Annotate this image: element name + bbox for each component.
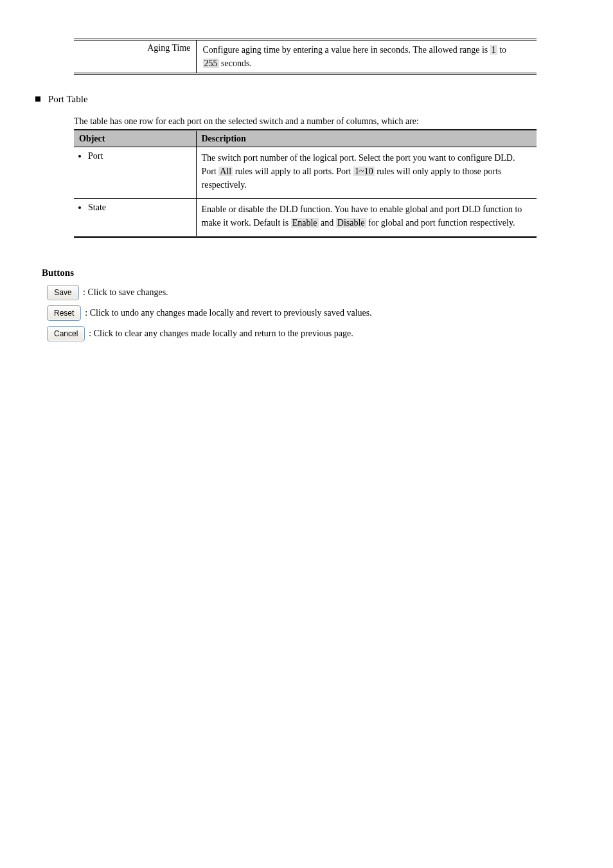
row-state-desc-after: for global and port function respectivel… [366,218,515,228]
aging-time-table: Aging Time Configure aging time by enter… [74,39,537,75]
row-port-range-value: 1~10 [353,167,375,176]
row-state-disable-value: Disable [336,218,366,228]
col-header-description: Description [196,131,537,147]
port-table-heading-row: Port Table [35,94,571,105]
port-table: Object Description Port The switch port … [74,129,537,238]
cancel-button-row: Cancel : Click to clear any changes made… [47,326,571,341]
port-table-heading: Port Table [48,94,88,105]
save-button-desc: : Click to save changes. [83,287,168,298]
cancel-button[interactable]: Cancel [47,326,85,341]
aging-desc-pre: Configure aging time by entering a value… [203,45,490,55]
row-port-all-value: All [218,167,233,176]
table-row: State Enable or disable the DLD function… [74,199,537,237]
table-row: Port The switch port number of the logic… [74,147,537,199]
row-port-desc: The switch port number of the logical po… [196,147,537,199]
reset-button-row: Reset : Click to undo any changes made l… [47,305,571,321]
aging-desc-after: seconds. [219,59,252,68]
row-port-label: Port [88,151,191,161]
aging-min-value: 1 [490,45,497,55]
row-port-object: Port [74,147,196,199]
save-button[interactable]: Save [47,285,79,300]
aging-time-label: Aging Time [74,40,196,74]
aging-time-description: Configure aging time by entering a value… [196,40,537,74]
buttons-heading: Buttons [42,267,571,278]
aging-max-value: 255 [203,59,219,68]
reset-button[interactable]: Reset [47,305,81,321]
row-state-label: State [88,203,191,213]
port-table-caption: The table has one row for each port on t… [74,116,571,127]
cancel-button-desc: : Click to clear any changes made locall… [89,329,353,339]
row-state-desc-mid: and [319,218,336,228]
row-port-desc-mid: rules will apply to all ports. Port [233,167,353,176]
row-state-object: State [74,199,196,237]
save-button-row: Save : Click to save changes. [47,285,571,300]
reset-button-desc: : Click to undo any changes made locally… [85,308,371,318]
row-state-enable-value: Enable [291,218,319,228]
aging-desc-mid: to [497,45,506,55]
row-state-desc: Enable or disable the DLD function. You … [196,199,537,237]
col-header-object: Object [74,131,196,147]
square-bullet-icon [35,96,40,102]
